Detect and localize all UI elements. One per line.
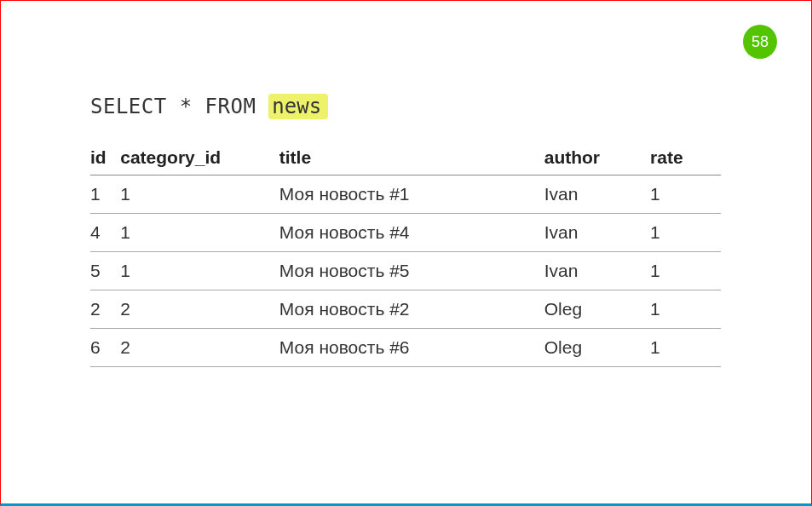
- sql-query-prefix: SELECT * FROM: [90, 95, 268, 118]
- cell-author: Ivan: [544, 175, 650, 214]
- cell-author: Ivan: [544, 252, 650, 290]
- table-row: 2 2 Моя новость #2 Oleg 1: [90, 290, 721, 329]
- cell-id: 4: [90, 214, 120, 252]
- col-header-id: id: [90, 142, 120, 175]
- cell-author: Ivan: [544, 214, 650, 252]
- col-header-rate: rate: [650, 142, 721, 175]
- cell-category-id: 2: [120, 329, 279, 367]
- cell-rate: 1: [650, 214, 721, 252]
- table-row: 1 1 Моя новость #1 Ivan 1: [90, 175, 721, 214]
- cell-category-id: 2: [120, 290, 279, 329]
- table-row: 4 1 Моя новость #4 Ivan 1: [90, 214, 721, 252]
- cell-rate: 1: [650, 290, 721, 329]
- table-header-row: id category_id title author rate: [90, 142, 721, 175]
- cell-rate: 1: [650, 175, 721, 214]
- cell-id: 6: [90, 329, 120, 367]
- cell-rate: 1: [650, 252, 721, 290]
- cell-id: 1: [90, 175, 120, 214]
- cell-author: Oleg: [544, 290, 650, 329]
- page-number-badge: 58: [743, 25, 777, 59]
- cell-id: 2: [90, 290, 120, 329]
- sql-query-table-highlight: news: [268, 94, 328, 119]
- cell-category-id: 1: [120, 175, 279, 214]
- cell-id: 5: [90, 252, 120, 290]
- cell-title: Моя новость #1: [279, 175, 544, 214]
- cell-category-id: 1: [120, 214, 279, 252]
- result-table: id category_id title author rate 1 1 Моя…: [90, 142, 721, 367]
- table-row: 5 1 Моя новость #5 Ivan 1: [90, 252, 721, 290]
- cell-title: Моя новость #2: [279, 290, 544, 329]
- slide-content: SELECT * FROM news id category_id title …: [1, 1, 811, 367]
- cell-rate: 1: [650, 329, 721, 367]
- table-row: 6 2 Моя новость #6 Oleg 1: [90, 329, 721, 367]
- col-header-title: title: [279, 142, 544, 175]
- col-header-category-id: category_id: [120, 142, 279, 175]
- sql-query: SELECT * FROM news: [90, 95, 726, 118]
- cell-author: Oleg: [544, 329, 650, 367]
- col-header-author: author: [544, 142, 650, 175]
- cell-title: Моя новость #5: [279, 252, 544, 290]
- cell-title: Моя новость #6: [279, 329, 544, 367]
- cell-category-id: 1: [120, 252, 279, 290]
- cell-title: Моя новость #4: [279, 214, 544, 252]
